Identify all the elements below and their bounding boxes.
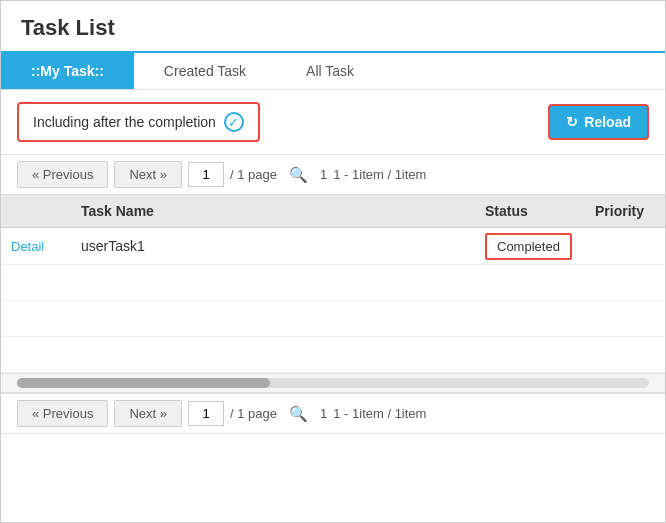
prev-button-top[interactable]: « Previous bbox=[17, 161, 108, 188]
reload-label: Reload bbox=[584, 114, 631, 130]
toolbar: Including after the completion ✓ ↻ Reloa… bbox=[1, 90, 665, 154]
page-title: Task List bbox=[1, 1, 665, 53]
search-icon-bottom[interactable]: 🔍 bbox=[283, 403, 314, 425]
empty-row-2 bbox=[1, 301, 665, 337]
tab-my-task[interactable]: ::My Task:: bbox=[1, 53, 134, 89]
prev-button-bottom[interactable]: « Previous bbox=[17, 400, 108, 427]
status-badge: Completed bbox=[485, 233, 572, 260]
table-header-row: Task Name Status Priority bbox=[1, 195, 665, 228]
pagination-bottom: « Previous Next » / 1 page 🔍 1 1 - 1item… bbox=[1, 393, 665, 434]
empty-row-1 bbox=[1, 265, 665, 301]
item-range-bottom: 1 bbox=[320, 406, 327, 421]
scrollbar-track[interactable] bbox=[17, 378, 649, 388]
check-icon: ✓ bbox=[224, 112, 244, 132]
row-detail-cell: Detail bbox=[1, 228, 71, 265]
row-priority bbox=[585, 228, 665, 265]
scrollbar-thumb[interactable] bbox=[17, 378, 270, 388]
reload-button[interactable]: ↻ Reload bbox=[548, 104, 649, 140]
col-header-status: Status bbox=[475, 195, 585, 228]
col-header-task-name: Task Name bbox=[71, 195, 475, 228]
scrollbar-row bbox=[1, 373, 665, 393]
item-info-bottom: 1 - 1item / 1item bbox=[333, 406, 426, 421]
empty-row-3 bbox=[1, 337, 665, 373]
next-button-bottom[interactable]: Next » bbox=[114, 400, 182, 427]
page-of-bottom: / 1 page bbox=[230, 406, 277, 421]
reload-icon: ↻ bbox=[566, 114, 578, 130]
page-input-top[interactable] bbox=[188, 162, 224, 187]
col-header-priority: Priority bbox=[585, 195, 665, 228]
tab-created-task[interactable]: Created Task bbox=[134, 53, 276, 89]
row-status: Completed bbox=[475, 228, 585, 265]
item-info-top: 1 - 1item / 1item bbox=[333, 167, 426, 182]
completion-filter[interactable]: Including after the completion ✓ bbox=[17, 102, 260, 142]
next-button-top[interactable]: Next » bbox=[114, 161, 182, 188]
col-header-detail bbox=[1, 195, 71, 228]
row-task-name: userTask1 bbox=[71, 228, 475, 265]
search-icon-top[interactable]: 🔍 bbox=[283, 164, 314, 186]
page-input-bottom[interactable] bbox=[188, 401, 224, 426]
table-row: Detail userTask1 Completed bbox=[1, 228, 665, 265]
tabs-bar: ::My Task:: Created Task All Task bbox=[1, 53, 665, 90]
detail-button[interactable]: Detail bbox=[11, 239, 44, 254]
pagination-top: « Previous Next » / 1 page 🔍 1 1 - 1item… bbox=[1, 154, 665, 195]
tab-all-task[interactable]: All Task bbox=[276, 53, 384, 89]
page-of-top: / 1 page bbox=[230, 167, 277, 182]
item-range-top: 1 bbox=[320, 167, 327, 182]
table-container: Task Name Status Priority Detail userTas… bbox=[1, 195, 665, 373]
completion-label: Including after the completion bbox=[33, 114, 216, 130]
